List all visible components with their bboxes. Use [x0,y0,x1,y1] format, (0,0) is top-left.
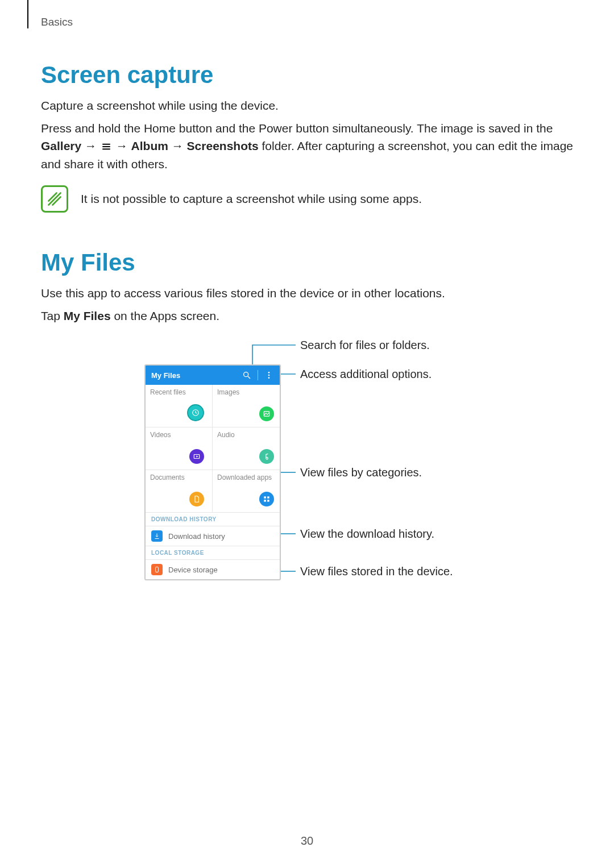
device-icon [151,564,163,575]
svg-point-7 [268,377,270,379]
tile-documents[interactable]: Documents [146,470,213,513]
tile-label: Images [217,388,239,396]
screen-capture-intro: Capture a screenshot while using the dev… [41,97,573,115]
tile-label: Videos [150,431,171,439]
tile-label: Recent files [150,388,186,396]
callout-search: Search for files or folders. [300,339,430,352]
app-bar-actions [242,370,274,380]
more-options-icon[interactable] [264,370,274,380]
screen-capture-instructions: Press and hold the Home button and the P… [41,119,573,173]
page-rule [27,0,28,28]
row-download-history[interactable]: Download history [146,526,280,546]
app-title: My Files [151,371,180,380]
section-local-storage: LOCAL STORAGE [146,546,280,560]
callout-storage: View files stored in the device. [300,565,453,578]
svg-point-5 [268,372,270,373]
arrow: → [85,139,100,152]
section-download-history: DOWNLOAD HISTORY [146,513,280,526]
heading-screen-capture: Screen capture [41,61,573,89]
row-label: Device storage [168,566,218,574]
svg-rect-14 [264,500,266,502]
tile-recent[interactable]: Recent files [146,385,213,427]
text: Tap [41,309,64,322]
image-icon [259,406,274,421]
svg-rect-1 [102,146,110,147]
my-files-label: My Files [64,309,111,322]
tile-audio[interactable]: Audio [213,427,280,470]
app-bar: My Files [146,366,280,385]
apps-icon [259,492,274,506]
phone-mock: My Files Recent files [144,364,281,580]
arrow: → [172,139,187,152]
screenshots-label: Screenshots [187,139,259,152]
callout-options: Access additional options. [300,368,432,381]
document-page: Basics Screen capture Capture a screensh… [0,0,614,592]
heading-my-files: My Files [41,249,573,276]
divider [258,370,258,380]
callout-categories: View files by categories. [300,466,422,479]
note-text: It is not possible to capture a screensh… [81,190,422,208]
arrow: → [116,139,131,152]
breadcrumb: Basics [41,16,573,28]
note-icon [41,185,68,213]
svg-rect-0 [102,144,110,145]
callout-history: View the download history. [300,528,434,541]
clock-icon [187,404,204,421]
svg-rect-15 [267,500,269,502]
my-files-instruction: Tap My Files on the Apps screen. [41,307,573,325]
video-icon [189,449,204,464]
tile-images[interactable]: Images [213,385,280,427]
document-icon [189,492,204,506]
music-icon [259,449,274,464]
svg-marker-11 [196,455,198,458]
svg-rect-13 [267,496,269,499]
svg-point-3 [244,372,248,377]
svg-rect-2 [102,149,110,150]
tile-label: Documents [150,474,185,481]
row-label: Download history [168,532,225,541]
menu-icon [101,142,111,152]
note: It is not possible to capture a screensh… [41,185,573,213]
tile-label: Audio [217,431,235,439]
svg-line-4 [248,376,250,379]
text: on the Apps screen. [114,309,219,322]
svg-point-6 [268,375,270,376]
tile-downloaded-apps[interactable]: Downloaded apps [213,470,280,513]
my-files-figure: My Files Recent files [102,342,512,592]
gallery-label: Gallery [41,139,81,152]
row-device-storage[interactable]: Device storage [146,560,280,579]
tile-videos[interactable]: Videos [146,427,213,470]
tile-label: Downloaded apps [217,474,272,481]
svg-rect-12 [264,496,266,499]
download-icon [151,530,163,542]
my-files-intro: Use this app to access various files sto… [41,284,573,302]
search-icon[interactable] [242,370,252,380]
text: Press and hold the Home button and the P… [41,122,553,135]
svg-point-17 [157,571,157,572]
album-label: Album [131,139,168,152]
page-number: 30 [0,834,614,848]
category-grid: Recent files Images Videos [146,385,280,513]
